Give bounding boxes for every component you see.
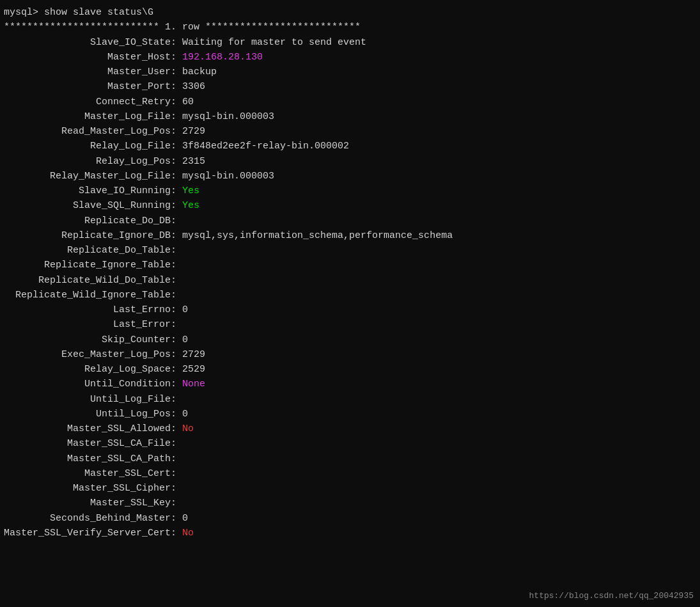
row-value-2: backup: [182, 65, 217, 79]
row-label-7: Relay_Log_File: [4, 139, 171, 154]
status-row-28: Master_SSL_CA_Path:: [4, 452, 696, 466]
row-value-33: No: [182, 526, 194, 540]
status-row-13: Replicate_Ignore_DB: mysql,sys,informati…: [4, 228, 696, 243]
status-row-22: Relay_Log_Space: 2529: [4, 362, 696, 377]
row-label-23: Until_Condition: [4, 377, 171, 391]
row-label-15: Replicate_Ignore_Table: [4, 258, 171, 272]
row-colon-4: :: [171, 95, 182, 109]
row-colon-30: :: [171, 481, 182, 496]
status-row-10: Slave_IO_Running: Yes: [4, 184, 696, 198]
row-label-10: Slave_IO_Running: [4, 184, 171, 198]
row-colon-3: :: [171, 79, 182, 94]
row-colon-9: :: [171, 169, 182, 184]
row-label-11: Slave_SQL_Running: [4, 198, 171, 213]
row-colon-29: :: [171, 466, 182, 481]
row-label-18: Last_Errno: [4, 303, 171, 317]
row-colon-19: :: [171, 317, 182, 332]
status-row-30: Master_SSL_Cipher:: [4, 481, 696, 496]
row-colon-0: :: [171, 35, 182, 50]
status-row-32: Seconds_Behind_Master: 0: [4, 511, 696, 526]
row-value-7: 3f848ed2ee2f-relay-bin.000002: [182, 139, 349, 154]
separator: *************************** 1. row *****…: [4, 20, 361, 35]
status-row-27: Master_SSL_CA_File:: [4, 436, 696, 451]
row-colon-23: :: [171, 377, 182, 391]
row-label-6: Read_Master_Log_Pos: [4, 124, 171, 139]
row-colon-20: :: [171, 333, 182, 347]
status-row-9: Relay_Master_Log_File: mysql-bin.000003: [4, 169, 696, 184]
row-colon-17: :: [171, 288, 182, 303]
status-row-25: Until_Log_Pos: 0: [4, 407, 696, 422]
row-colon-16: :: [171, 273, 182, 288]
status-row-3: Master_Port: 3306: [4, 79, 696, 94]
row-colon-27: :: [171, 436, 182, 451]
row-value-21: 2729: [182, 347, 205, 362]
row-label-20: Skip_Counter: [4, 333, 171, 347]
status-row-17: Replicate_Wild_Ignore_Table:: [4, 288, 696, 303]
status-row-18: Last_Errno: 0: [4, 303, 696, 317]
status-row-29: Master_SSL_Cert:: [4, 466, 696, 481]
row-label-31: Master_SSL_Key: [4, 496, 171, 510]
row-colon-13: :: [171, 228, 182, 243]
row-colon-7: :: [171, 139, 182, 154]
row-label-4: Connect_Retry: [4, 95, 171, 109]
row-label-13: Replicate_Ignore_DB: [4, 228, 171, 243]
status-row-12: Replicate_Do_DB:: [4, 214, 696, 228]
row-label-5: Master_Log_File: [4, 109, 171, 124]
row-colon-25: :: [171, 407, 182, 422]
row-colon-6: :: [171, 124, 182, 139]
status-row-11: Slave_SQL_Running: Yes: [4, 198, 696, 213]
row-colon-8: :: [171, 154, 182, 169]
status-row-7: Relay_Log_File: 3f848ed2ee2f-relay-bin.0…: [4, 139, 696, 154]
row-label-33: Master_SSL_Verify_Server_Cert: [4, 526, 171, 540]
row-value-20: 0: [182, 333, 188, 347]
row-label-1: Master_Host: [4, 50, 171, 65]
row-colon-31: :: [171, 496, 182, 510]
row-value-32: 0: [182, 511, 188, 526]
status-row-24: Until_Log_File:: [4, 392, 696, 407]
row-value-5: mysql-bin.000003: [182, 109, 274, 124]
row-colon-14: :: [171, 243, 182, 258]
row-value-4: 60: [182, 95, 194, 109]
row-colon-2: :: [171, 65, 182, 79]
row-colon-33: :: [171, 526, 182, 540]
row-label-3: Master_Port: [4, 79, 171, 94]
rows-container: Slave_IO_State: Waiting for master to se…: [4, 35, 696, 541]
row-colon-18: :: [171, 303, 182, 317]
status-row-23: Until_Condition: None: [4, 377, 696, 391]
status-row-20: Skip_Counter: 0: [4, 333, 696, 347]
status-row-31: Master_SSL_Key:: [4, 496, 696, 510]
separator-line: *************************** 1. row *****…: [4, 20, 696, 35]
prompt: mysql> show slave status\G: [4, 5, 153, 20]
row-label-9: Relay_Master_Log_File: [4, 169, 171, 184]
row-label-29: Master_SSL_Cert: [4, 466, 171, 481]
row-label-14: Replicate_Do_Table: [4, 243, 171, 258]
row-value-1: 192.168.28.130: [182, 50, 263, 65]
status-row-6: Read_Master_Log_Pos: 2729: [4, 124, 696, 139]
row-label-26: Master_SSL_Allowed: [4, 422, 171, 436]
status-row-26: Master_SSL_Allowed: No: [4, 422, 696, 436]
row-label-2: Master_User: [4, 65, 171, 79]
row-label-12: Replicate_Do_DB: [4, 214, 171, 228]
row-value-6: 2729: [182, 124, 205, 139]
status-row-15: Replicate_Ignore_Table:: [4, 258, 696, 272]
row-label-25: Until_Log_Pos: [4, 407, 171, 422]
status-row-5: Master_Log_File: mysql-bin.000003: [4, 109, 696, 124]
row-value-22: 2529: [182, 362, 205, 377]
watermark: https://blog.csdn.net/qq_20042935: [529, 591, 694, 601]
status-row-4: Connect_Retry: 60: [4, 95, 696, 109]
row-value-9: mysql-bin.000003: [182, 169, 274, 184]
row-colon-32: :: [171, 511, 182, 526]
row-colon-1: :: [171, 50, 182, 65]
row-label-16: Replicate_Wild_Do_Table: [4, 273, 171, 288]
row-label-22: Relay_Log_Space: [4, 362, 171, 377]
row-label-30: Master_SSL_Cipher: [4, 481, 171, 496]
row-value-26: No: [182, 422, 194, 436]
row-colon-24: :: [171, 392, 182, 407]
row-value-11: Yes: [182, 198, 199, 213]
status-row-33: Master_SSL_Verify_Server_Cert: No: [4, 526, 696, 540]
row-colon-21: :: [171, 347, 182, 362]
row-label-24: Until_Log_File: [4, 392, 171, 407]
status-row-14: Replicate_Do_Table:: [4, 243, 696, 258]
row-colon-11: :: [171, 198, 182, 213]
status-row-19: Last_Error:: [4, 317, 696, 332]
